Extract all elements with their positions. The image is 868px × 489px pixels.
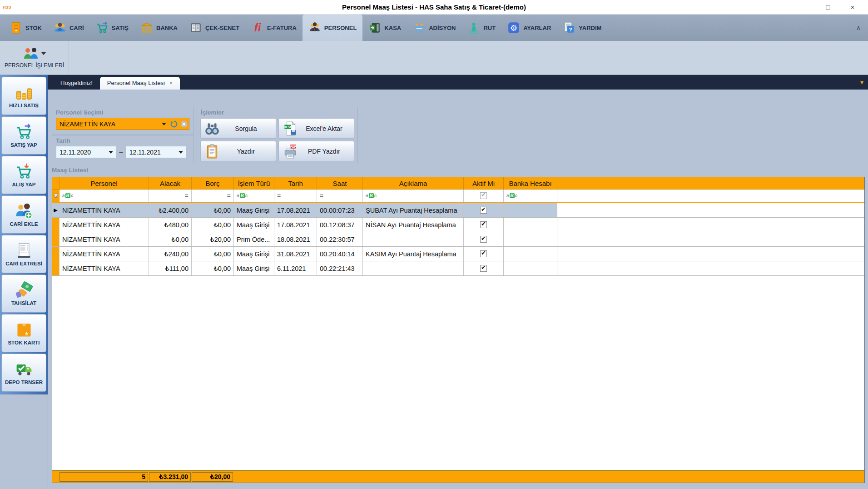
cell-alacak[interactable]: ₺111,00 bbox=[149, 261, 192, 275]
sidebar-item-cari-ekle[interactable]: CARİ EKLE bbox=[1, 195, 46, 234]
cell-borc[interactable]: ₺0,00 bbox=[192, 261, 234, 275]
filter-banka-hesabi[interactable]: aBc bbox=[504, 190, 557, 202]
cell-aciklama[interactable] bbox=[363, 261, 464, 275]
cell-islem-turu[interactable]: Maaş Girişi bbox=[234, 218, 274, 232]
checkbox-checked-icon[interactable] bbox=[480, 265, 487, 272]
cell-aktif-mi[interactable] bbox=[464, 203, 504, 217]
cell-saat[interactable]: 00.20:40:14 bbox=[317, 247, 363, 261]
maximize-button[interactable]: □ bbox=[823, 3, 833, 11]
cell-alacak[interactable]: ₺2.400,00 bbox=[149, 203, 192, 217]
cell-tarih[interactable]: 6.11.2021 bbox=[274, 261, 317, 275]
cell-saat[interactable]: 00.00:07:23 bbox=[317, 203, 363, 217]
ribbon-tab-ayarlar[interactable]: ⚙ AYARLAR bbox=[501, 15, 557, 41]
tab-personel-maas-listesi[interactable]: Personel Maaş Listesi × bbox=[100, 77, 180, 90]
cell-personel[interactable]: NİZAMETTİN KAYA bbox=[60, 203, 149, 217]
filter-saat[interactable]: = bbox=[317, 190, 363, 202]
column-header-banka-hesabi[interactable]: Banka Hesabı bbox=[504, 177, 557, 189]
checkbox-checked-icon[interactable] bbox=[480, 221, 487, 228]
close-button[interactable]: × bbox=[848, 3, 857, 11]
personel-combobox[interactable]: NİZAMETTİN KAYA bbox=[56, 118, 189, 130]
personel-islemleri-button[interactable]: PERSONEL İŞLEMLERİ bbox=[0, 41, 69, 75]
checkbox-checked-icon[interactable] bbox=[480, 207, 487, 214]
cell-alacak[interactable]: ₺0,00 bbox=[149, 232, 192, 246]
ribbon-tab-yardim[interactable]: ? YARDIM bbox=[557, 15, 607, 41]
cell-banka-hesabi[interactable] bbox=[504, 218, 557, 232]
cell-saat[interactable]: 00.12:08:37 bbox=[317, 218, 363, 232]
excele-aktar-button[interactable]: XLSX Excel'e Aktar bbox=[278, 118, 354, 139]
cell-alacak[interactable]: ₺240,00 bbox=[149, 247, 192, 261]
sidebar-item-cari-extresi[interactable]: CARİ EXTRESİ bbox=[1, 235, 46, 273]
cell-personel[interactable]: NİZAMETTİN KAYA bbox=[60, 247, 149, 261]
column-header-islem-turu[interactable]: İşlem Türü bbox=[234, 177, 274, 189]
close-icon[interactable]: × bbox=[169, 80, 173, 86]
chevron-down-icon[interactable] bbox=[106, 146, 116, 158]
cell-personel[interactable]: NİZAMETTİN KAYA bbox=[60, 261, 149, 275]
ribbon-tab-cek-senet[interactable]: ÇEK-SENET bbox=[184, 15, 245, 41]
checkbox-checked-icon[interactable] bbox=[480, 236, 487, 243]
cell-tarih[interactable]: 17.08.2021 bbox=[274, 218, 317, 232]
cell-banka-hesabi[interactable] bbox=[504, 261, 557, 275]
cell-borc[interactable]: ₺0,00 bbox=[192, 218, 234, 232]
cell-islem-turu[interactable]: Maaş Girişi bbox=[234, 203, 274, 217]
ribbon-tab-satis[interactable]: SATIŞ bbox=[90, 15, 134, 41]
cell-alacak[interactable]: ₺480,00 bbox=[149, 218, 192, 232]
chevron-down-icon[interactable]: ▾ bbox=[860, 79, 868, 86]
cell-islem-turu[interactable]: Prim Öde... bbox=[234, 232, 274, 246]
cell-tarih[interactable]: 18.08.2021 bbox=[274, 232, 317, 246]
cell-personel[interactable]: NİZAMETTİN KAYA bbox=[60, 232, 149, 246]
cell-aciklama[interactable]: NİSAN Ayı Puantaj Hesaplama bbox=[363, 218, 464, 232]
cell-saat[interactable]: 00.22:30:57 bbox=[317, 232, 363, 246]
sidebar-item-depo-trnser[interactable]: DEPO TRNSER bbox=[1, 354, 46, 392]
checkbox-checked-icon[interactable] bbox=[480, 250, 487, 257]
pdf-yazdir-button[interactable]: PDF PDF Yazdır bbox=[278, 141, 354, 161]
sorgula-button[interactable]: Sorgula bbox=[200, 118, 276, 139]
cell-aktif-mi[interactable] bbox=[464, 261, 504, 275]
cell-aciklama[interactable] bbox=[363, 232, 464, 246]
table-row[interactable]: ▶ NİZAMETTİN KAYA ₺111,00 ₺0,00 Maaş Gir… bbox=[52, 261, 864, 276]
filter-aktif-mi[interactable] bbox=[464, 190, 504, 202]
cell-aciklama[interactable]: ŞUBAT Ayı Puantaj Hesaplama bbox=[363, 203, 464, 217]
cell-islem-turu[interactable]: Maaş Girişi bbox=[234, 261, 274, 275]
filter-personel[interactable]: aBc bbox=[60, 190, 149, 202]
ribbon-tab-personel[interactable]: PERSONEL bbox=[303, 15, 363, 41]
filter-aciklama[interactable]: aBc bbox=[363, 190, 464, 202]
cell-aciklama[interactable]: KASIM Ayı Puantaj Hesaplama bbox=[363, 247, 464, 261]
filter-borc[interactable]: = bbox=[192, 190, 234, 202]
filter-funnel-icon[interactable] bbox=[52, 190, 60, 202]
cell-aktif-mi[interactable] bbox=[464, 218, 504, 232]
cell-borc[interactable]: ₺0,00 bbox=[192, 247, 234, 261]
sidebar-item-alis-yap[interactable]: ALIŞ YAP bbox=[1, 156, 46, 194]
ribbon-collapse-chevron-icon[interactable]: ∧ bbox=[856, 24, 868, 31]
tab-hosgeldiniz[interactable]: Hoşgeldiniz! bbox=[53, 77, 100, 90]
ribbon-tab-cari[interactable]: CARİ bbox=[48, 15, 90, 41]
column-header-alacak[interactable]: Alacak bbox=[149, 177, 192, 189]
yazdir-button[interactable]: Yazdır bbox=[200, 141, 276, 161]
column-header-tarih[interactable]: Tarih bbox=[274, 177, 317, 189]
filter-islem-turu[interactable]: aBc bbox=[234, 190, 274, 202]
cell-aktif-mi[interactable] bbox=[464, 232, 504, 246]
column-header-aktif-mi[interactable]: Aktif Mi bbox=[464, 177, 504, 189]
cell-aktif-mi[interactable] bbox=[464, 247, 504, 261]
minimize-button[interactable]: – bbox=[799, 3, 808, 11]
filter-alacak[interactable]: = bbox=[149, 190, 192, 202]
ribbon-tab-rut[interactable]: RUT bbox=[461, 15, 501, 41]
table-row[interactable]: ▶ NİZAMETTİN KAYA ₺240,00 ₺0,00 Maaş Gir… bbox=[52, 247, 864, 261]
filter-tarih[interactable]: = bbox=[274, 190, 317, 202]
cell-tarih[interactable]: 31.08.2021 bbox=[274, 247, 317, 261]
column-header-borc[interactable]: Borç bbox=[192, 177, 234, 189]
column-header-personel[interactable]: Personel bbox=[60, 177, 149, 189]
ribbon-tab-e-fatura[interactable]: fi E-FATURA bbox=[245, 15, 303, 41]
column-header-aciklama[interactable]: Açıklama bbox=[363, 177, 464, 189]
refresh-icon[interactable] bbox=[170, 120, 178, 128]
sidebar-item-tahsilat[interactable]: TAHSİLAT bbox=[1, 274, 46, 313]
ribbon-tab-banka[interactable]: BANKA bbox=[134, 15, 184, 41]
sidebar-item-hizli-satis[interactable]: HIZLI SATIŞ bbox=[1, 77, 46, 115]
ribbon-tab-adisyon[interactable]: ADİSYON bbox=[407, 15, 461, 41]
cell-borc[interactable]: ₺0,00 bbox=[192, 203, 234, 217]
table-row[interactable]: ▶ NİZAMETTİN KAYA ₺2.400,00 ₺0,00 Maaş G… bbox=[52, 203, 864, 218]
cell-islem-turu[interactable]: Maaş Girişi bbox=[234, 247, 274, 261]
sidebar-item-satis-yap[interactable]: SATIŞ YAP bbox=[1, 116, 46, 155]
cell-tarih[interactable]: 17.08.2021 bbox=[274, 203, 317, 217]
ribbon-tab-stok[interactable]: STOK bbox=[4, 15, 48, 41]
date-to-picker[interactable]: 12.11.2021 bbox=[126, 146, 186, 158]
